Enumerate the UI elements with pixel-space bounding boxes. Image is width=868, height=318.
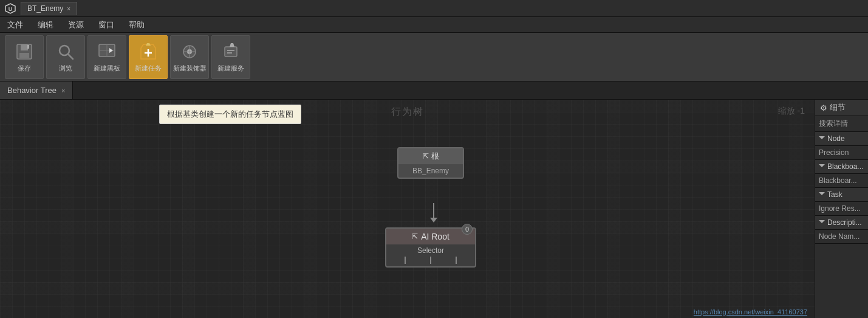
svg-rect-5 — [27, 45, 29, 49]
canvas-title: 行为树 — [391, 106, 424, 119]
node-root-body: BB_Enemy — [410, 164, 451, 178]
new-blackboard-button[interactable]: 新建黑板 — [87, 35, 126, 79]
right-panel-node-section[interactable]: Node — [815, 132, 868, 146]
task-value-text: Ignore Res... — [819, 204, 861, 213]
new-task-label: 新建任务 — [135, 64, 162, 73]
right-panel-blackboard-value: Blackboar... — [815, 174, 868, 188]
save-icon — [13, 41, 35, 63]
svg-marker-22 — [230, 43, 234, 47]
browse-button[interactable]: 浏览 — [46, 35, 85, 79]
node-ai-root-badge: 0 — [462, 224, 473, 235]
svg-marker-14 — [146, 43, 151, 46]
right-panel-icon: ⚙ — [820, 103, 827, 112]
node-section-triangle — [819, 136, 825, 142]
node-root-header: ⇱ 根 — [398, 148, 463, 164]
right-panel-search-text: 搜索详情 — [819, 119, 848, 128]
description-section-triangle — [819, 220, 825, 226]
new-service-button[interactable]: 新建服务 — [211, 35, 250, 79]
node-ai-root-sublabel: Selector — [417, 246, 444, 255]
node-root-icon: ⇱ — [423, 152, 429, 161]
menu-file[interactable]: 文件 — [0, 17, 30, 32]
tab-bt-enemy-close[interactable]: × — [67, 5, 70, 12]
node-ai-root-body: Selector — [386, 244, 475, 257]
right-panel-task-section[interactable]: Task — [815, 188, 868, 202]
menu-window[interactable]: 窗口 — [91, 17, 121, 32]
right-panel-title: 细节 — [830, 102, 846, 113]
connector-arrow-down — [430, 218, 437, 223]
node-ai-root-pins — [386, 257, 475, 266]
menu-asset[interactable]: 资源 — [61, 17, 91, 32]
right-panel-blackboard-section[interactable]: Blackboa... — [815, 160, 868, 174]
node-ai-root-icon: ⇱ — [412, 232, 418, 241]
task-section-triangle — [819, 192, 825, 198]
svg-text:U: U — [9, 6, 13, 12]
blackboard-section-label: Blackboa... — [827, 162, 863, 171]
node-root-sublabel: BB_Enemy — [412, 167, 449, 175]
canvas-area[interactable]: 行为树 缩放 -1 根据基类创建一个新的任务节点蓝图 ⇱ 根 BB_Enemy … — [0, 100, 815, 318]
right-panel-task-value: Ignore Res... — [815, 202, 868, 216]
tab-spacer — [73, 81, 868, 99]
pin-right — [456, 257, 457, 264]
right-panel-header: ⚙ 细节 — [815, 100, 868, 116]
node-value-text: Precision — [819, 148, 849, 157]
menu-edit[interactable]: 编辑 — [30, 17, 61, 32]
right-panel: ⚙ 细节 搜索详情 Node Precision Blackboa... Bla… — [815, 100, 868, 318]
new-service-label: 新建服务 — [217, 64, 244, 73]
svg-rect-3 — [21, 44, 28, 50]
new-blackboard-icon — [96, 41, 118, 63]
right-panel-description-section[interactable]: Descripti... — [815, 216, 868, 230]
tab-bar: Behavior Tree × — [0, 81, 868, 100]
task-section-label: Task — [827, 190, 842, 199]
save-label: 保存 — [18, 64, 31, 73]
browse-label: 浏览 — [59, 64, 72, 73]
tab-behavior-tree[interactable]: Behavior Tree × — [0, 81, 73, 99]
app-logo: U — [5, 3, 16, 14]
right-panel-node-value: Precision — [815, 146, 868, 160]
pin-left — [405, 257, 406, 264]
new-blackboard-label: 新建黑板 — [94, 64, 120, 73]
bottom-url[interactable]: https://blog.csdn.net/weixin_41160737 — [694, 308, 807, 316]
tooltip-box: 根据基类创建一个新的任务节点蓝图 — [159, 105, 301, 124]
tooltip-text: 根据基类创建一个新的任务节点蓝图 — [167, 109, 293, 119]
new-decorator-icon — [179, 41, 200, 63]
node-ai-root-label: AI Root — [421, 232, 449, 241]
new-decorator-button[interactable]: 新建装饰器 — [170, 35, 209, 79]
connector-arrow — [430, 203, 437, 223]
new-task-button[interactable]: 新建任务 — [129, 35, 168, 79]
new-task-icon — [137, 41, 159, 63]
new-service-icon — [220, 41, 242, 63]
toolbar: 保存 浏览 新建黑板 — [0, 33, 868, 81]
menu-bar: 文件 编辑 资源 窗口 帮助 — [0, 17, 868, 33]
main-area: 行为树 缩放 -1 根据基类创建一个新的任务节点蓝图 ⇱ 根 BB_Enemy … — [0, 100, 868, 318]
new-decorator-label: 新建装饰器 — [173, 64, 207, 73]
tab-bt-enemy[interactable]: BT_Enemy × — [21, 2, 77, 15]
connector-line — [433, 203, 434, 218]
pin-center — [430, 257, 431, 264]
right-panel-description-value: Node Nam... — [815, 230, 868, 244]
tab-behavior-tree-close[interactable]: × — [61, 87, 65, 94]
blackboard-value-text: Blackboar... — [819, 176, 857, 185]
description-section-label: Descripti... — [827, 218, 862, 227]
svg-rect-4 — [19, 53, 29, 58]
title-bar: U BT_Enemy × — [0, 0, 868, 17]
menu-help[interactable]: 帮助 — [121, 17, 152, 32]
tab-bt-enemy-label: BT_Enemy — [27, 4, 63, 13]
node-ai-root[interactable]: 0 ⇱ AI Root Selector — [385, 227, 476, 268]
browse-icon — [55, 41, 77, 63]
node-root[interactable]: ⇱ 根 BB_Enemy — [397, 147, 464, 179]
node-section-label: Node — [827, 134, 845, 143]
svg-rect-19 — [225, 47, 237, 57]
svg-line-7 — [68, 54, 73, 59]
description-value-text: Node Nam... — [819, 232, 859, 241]
tab-behavior-tree-label: Behavior Tree — [7, 86, 56, 95]
node-root-label: 根 — [431, 151, 439, 162]
save-button[interactable]: 保存 — [5, 35, 44, 79]
blackboard-section-triangle — [819, 164, 825, 170]
canvas-zoom: 缩放 -1 — [778, 106, 805, 117]
right-panel-search: 搜索详情 — [815, 116, 868, 132]
